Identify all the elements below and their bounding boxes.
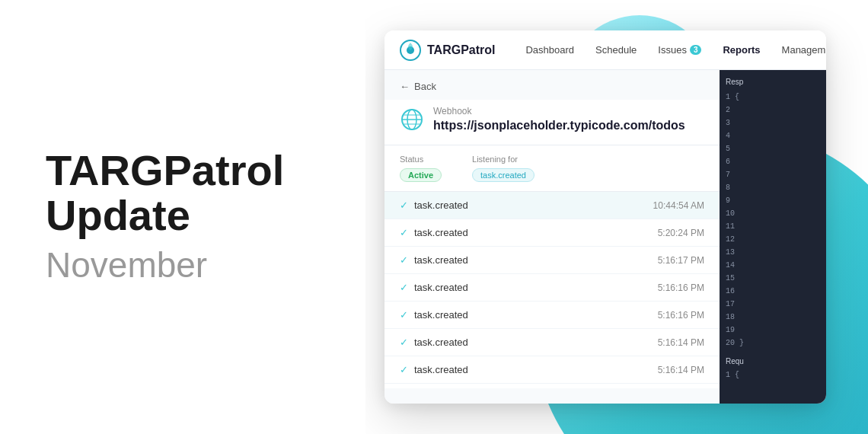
event-left: ✓task.created	[400, 337, 468, 348]
back-arrow-icon: ←	[400, 81, 410, 92]
nav-links: Dashboard Schedule Issues 3 Reports Mana…	[516, 40, 826, 60]
logo-icon	[400, 40, 421, 61]
app-window: TARGPatrol Dashboard Schedule Issues 3 R…	[385, 30, 826, 404]
event-left: ✓task.created	[400, 282, 468, 293]
nav-management[interactable]: Management ▾	[773, 40, 826, 60]
event-row[interactable]: ✓task.created5:16:16 PM	[385, 302, 720, 329]
globe-icon	[400, 107, 424, 132]
left-section: TARGPatrol Update November	[0, 0, 365, 434]
event-time: 10:44:54 AM	[653, 200, 704, 211]
event-left: ✓task.created	[400, 199, 468, 211]
subtitle: November	[46, 244, 320, 286]
logo-text: TARGPatrol	[427, 43, 495, 57]
status-badge: Active	[400, 168, 442, 182]
response-panel: Resp 1 { 2 3 4 5 6 7 8 9 10 11 12 13 14 …	[720, 70, 826, 404]
main-content: ← Back Webhook https://jsonplaceholder.t	[385, 70, 720, 404]
event-name: task.created	[414, 309, 468, 321]
event-row[interactable]: ✓task.created5:16:17 PM	[385, 247, 720, 274]
event-time: 5:20:24 PM	[658, 228, 704, 238]
logo-area: TARGPatrol	[400, 40, 495, 61]
status-row: Status Active Listening for task.created	[385, 145, 720, 192]
check-icon: ✓	[400, 282, 408, 293]
event-time: 5:16:16 PM	[658, 310, 704, 321]
event-left: ✓task.created	[400, 309, 468, 321]
content-area: ← Back Webhook https://jsonplaceholder.t	[385, 70, 826, 404]
event-row[interactable]: ✓task.created10:44:54 AM	[385, 192, 720, 219]
event-time: 5:16:16 PM	[658, 282, 704, 293]
listening-badge: task.created	[472, 168, 535, 182]
event-row[interactable]: ✓task.created5:16:14 PM	[385, 356, 720, 384]
nav-schedule[interactable]: Schedule	[586, 40, 646, 60]
event-row[interactable]: ✓task.created5:16:16 PM	[385, 274, 720, 302]
event-row[interactable]: ✓task.created5:16:14 PM	[385, 384, 720, 388]
request-panel-title: Requ	[726, 357, 820, 365]
event-name: task.created	[414, 254, 468, 266]
event-time: 5:16:17 PM	[658, 255, 704, 266]
event-row[interactable]: ✓task.created5:20:24 PM	[385, 219, 720, 247]
event-name: task.created	[414, 227, 468, 238]
webhook-label: Webhook	[433, 106, 685, 116]
check-icon: ✓	[400, 309, 408, 321]
check-icon: ✓	[400, 337, 408, 348]
right-section: TARGPatrol Dashboard Schedule Issues 3 R…	[365, 0, 868, 434]
event-name: task.created	[414, 199, 468, 211]
event-left: ✓task.created	[400, 254, 468, 266]
check-icon: ✓	[400, 254, 408, 266]
event-time: 5:16:14 PM	[658, 337, 704, 348]
webhook-url: https://jsonplaceholder.typicode.com/tod…	[433, 119, 685, 132]
webhook-header: Webhook https://jsonplaceholder.typicode…	[385, 100, 720, 145]
nav-dashboard[interactable]: Dashboard	[516, 40, 583, 60]
issues-badge: 3	[690, 45, 702, 55]
response-panel-title: Resp	[726, 78, 820, 86]
title-line2: Update	[46, 193, 320, 238]
webhook-info: Webhook https://jsonplaceholder.typicode…	[433, 106, 685, 132]
event-time: 5:16:14 PM	[658, 365, 704, 375]
event-name: task.created	[414, 282, 468, 293]
title-line1: TARGPatrol	[46, 148, 320, 193]
back-label: Back	[414, 81, 436, 92]
event-left: ✓task.created	[400, 364, 468, 375]
status-label: Status	[400, 155, 442, 164]
event-name: task.created	[414, 364, 468, 375]
event-name: task.created	[414, 337, 468, 348]
check-icon: ✓	[400, 199, 408, 211]
event-row[interactable]: ✓task.created5:16:14 PM	[385, 329, 720, 356]
check-icon: ✓	[400, 227, 408, 238]
listening-col: Listening for task.created	[472, 155, 535, 182]
back-link[interactable]: ← Back	[385, 70, 720, 100]
check-icon: ✓	[400, 364, 408, 375]
event-list: ✓task.created10:44:54 AM✓task.created5:2…	[385, 192, 720, 388]
nav-issues[interactable]: Issues 3	[649, 40, 710, 60]
event-left: ✓task.created	[400, 227, 468, 238]
navbar: TARGPatrol Dashboard Schedule Issues 3 R…	[385, 30, 826, 70]
nav-reports[interactable]: Reports	[713, 40, 769, 60]
status-col: Status Active	[400, 155, 442, 182]
listening-label: Listening for	[472, 155, 535, 164]
